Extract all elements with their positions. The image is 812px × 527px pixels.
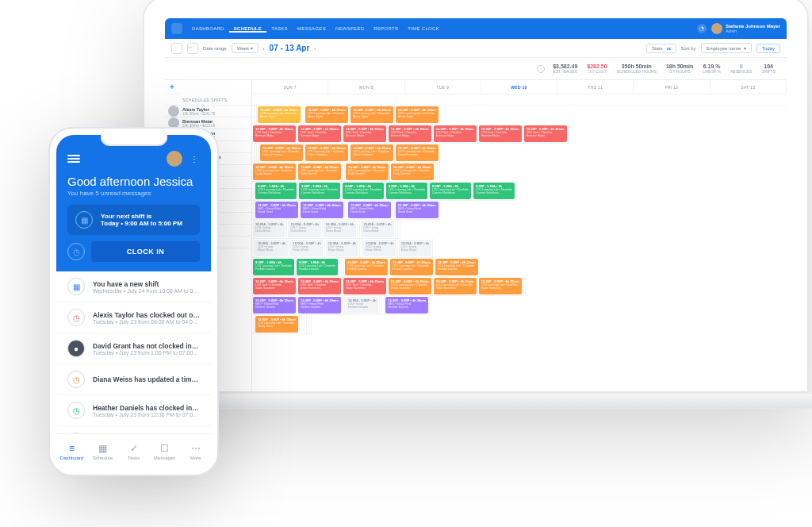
schedule-cell[interactable]: 10:00A - 5:00P • 4hLOU • IrvingDiana Bra… bbox=[287, 220, 322, 239]
info-icon[interactable]: i bbox=[537, 65, 545, 73]
shift-block[interactable]: 12:30P - 5:00P • 4h 30minNEO • Virtual F… bbox=[385, 297, 428, 314]
next-shift-card[interactable]: ▦ Your next shift is Today • 9:00 AM to … bbox=[67, 205, 200, 235]
menu-icon[interactable] bbox=[67, 153, 80, 164]
shift-block[interactable]: 12:30P - 5:00P • 4h 30minLOU Learning La… bbox=[350, 144, 393, 161]
nav-reports[interactable]: REPORTS bbox=[369, 26, 403, 31]
shift-block[interactable]: 12:30P - 5:00P • 4h 30minNEO • Virtual F… bbox=[253, 297, 296, 314]
schedule-cell[interactable]: 10:00A - 5:00P • 4hLOU • IrvingDiana Bra… bbox=[360, 220, 395, 239]
day-header-cell[interactable]: WED 10 bbox=[481, 80, 557, 94]
feed-item[interactable]: ◷Heather Daniels has clocked in for a sh… bbox=[56, 395, 211, 426]
nav-tasks[interactable]: TASKS bbox=[266, 26, 293, 31]
shift-block[interactable]: 12:30P - 5:00P • 4h 30minLOU Learning La… bbox=[396, 106, 439, 123]
shift-block[interactable]: 10:00A - 5:00P • 4hLOU • IrvingEthan Wei… bbox=[290, 240, 323, 256]
nav-messages[interactable]: MESSAGES bbox=[293, 26, 331, 31]
shift-block[interactable]: 10:00A - 5:00P • 4hLOU • IrvingEthan Wei… bbox=[399, 240, 431, 256]
schedule-cell[interactable] bbox=[398, 220, 400, 239]
shift-block[interactable]: 12:30P - 5:00P • 4h 30minLOU Learning La… bbox=[396, 144, 439, 161]
next-week-button[interactable]: › bbox=[314, 46, 316, 51]
feed-item[interactable]: ◷Alex Smith's availability has changed bbox=[56, 426, 211, 433]
schedule-cell[interactable]: 12:30P - 5:00P • 4h 30minLOU Yard • Char… bbox=[343, 277, 388, 296]
schedule-cell[interactable]: 10:00A - 5:00P • 4hLOU • IrvingEthan Wei… bbox=[325, 239, 360, 258]
schedule-cell[interactable]: 12:30P - 5:00P • 4h 30minLOU Learning La… bbox=[478, 277, 523, 296]
schedule-cell[interactable] bbox=[438, 163, 440, 182]
shift-block[interactable]: 12:30P - 5:00P • 4h 30minLOU Yard • Char… bbox=[524, 125, 567, 142]
schedule-cell[interactable]: 10:00A - 5:00P • 4hLOU • IrvingEthan Wei… bbox=[398, 239, 433, 258]
schedule-cell[interactable]: 12:30P - 5:00P • 4h 30minLOU Learning La… bbox=[395, 106, 440, 125]
shift-block[interactable]: 12:30P - 5:00P • 4h 30minLOU Yard • Char… bbox=[253, 125, 296, 142]
shift-block[interactable]: 10:00A - 5:00P • 4hLOU • IrvingEthan Wei… bbox=[326, 240, 358, 256]
schedule-cell[interactable] bbox=[309, 315, 312, 334]
shift-block[interactable]: 12:30P - 5:00P • 4h 30minLOU Yard • Char… bbox=[298, 278, 341, 294]
shift-block[interactable]: 12:30P - 5:00P • 4h 30minNEO • Virtual F… bbox=[348, 202, 391, 218]
shift-block[interactable]: 12:30P - 5:00P • 4h 30minLOU Learning La… bbox=[390, 259, 433, 275]
schedule-cell[interactable]: 10:00A - 5:00P • 4hLOU • IrvingEthan Wei… bbox=[289, 239, 324, 258]
shift-block[interactable]: 10:00A - 5:00P • 4hLOU • IrvingDiana Bra… bbox=[361, 221, 393, 237]
tab-more[interactable]: ⋯More bbox=[180, 434, 211, 468]
bulk-actions-button[interactable]: ⋯ bbox=[187, 43, 198, 54]
schedule-cell[interactable]: 12:30P - 5:00P • 4h 30minLOU Learning La… bbox=[259, 144, 304, 163]
employee-row-header[interactable]: Alexis Taylor13h 30min • $141.75 bbox=[165, 106, 252, 117]
shift-block[interactable]: 10:00A - 5:00P • 4hLOU • IrvingEthan Wei… bbox=[255, 240, 288, 256]
schedule-cell[interactable]: 12:30P - 5:00P • 4h 30minLOU Yard • Char… bbox=[523, 125, 569, 144]
schedule-cell[interactable]: 12:30P - 5:00P • 4h 30minLOU Yard • Char… bbox=[252, 125, 297, 144]
schedule-cell[interactable] bbox=[523, 277, 526, 296]
shift-block[interactable]: 9:00P - 1:00A • 4hLOU Learning Lab • Cha… bbox=[386, 183, 427, 199]
shift-block[interactable]: 12:30P - 5:00P • 4h 30minLOU Learning La… bbox=[434, 278, 477, 294]
schedule-cell[interactable]: 12:30P - 5:00P • 4h 30minNEO • Virtual F… bbox=[300, 201, 345, 220]
day-header-cell[interactable]: FRI 12 bbox=[634, 80, 710, 94]
schedule-cell[interactable]: 12:30P - 5:00P • 4h 30minNEO • Virtual F… bbox=[395, 201, 440, 220]
tab-tasks[interactable]: ✓Tasks bbox=[118, 434, 149, 468]
shift-block[interactable]: 12:30P - 5:00P • 4h 30minNEO • Virtual F… bbox=[298, 297, 341, 314]
nav-schedule[interactable]: SCHEDULE bbox=[229, 26, 266, 33]
stats-toggle[interactable]: Stats ⫘ bbox=[646, 44, 676, 53]
feed-item[interactable]: ◷Alexis Taylor has clocked out of a shif… bbox=[56, 302, 211, 333]
schedule-cell[interactable]: 9:00P - 1:00A • 4hLOU Learning Lab • Cha… bbox=[429, 182, 473, 201]
schedule-cell[interactable]: 12:30P - 5:00P • 4h 30minLOU Yard • Char… bbox=[433, 125, 478, 144]
feed-item[interactable]: ▦You have a new shiftWednesday • July 24… bbox=[56, 271, 211, 302]
nav-time clock[interactable]: TIME CLOCK bbox=[403, 26, 444, 31]
shift-block[interactable]: 12:30P - 5:00P • 4h 30minLOU Learning La… bbox=[305, 106, 348, 123]
schedule-cell[interactable]: 9:00P - 1:00A • 4hLOU Learning Lab • Cha… bbox=[342, 182, 385, 201]
schedule-cell[interactable]: 12:30P - 5:00P • 4h 30minNEO • Virtual F… bbox=[347, 201, 393, 220]
range-select[interactable]: Week ▾ bbox=[232, 43, 259, 53]
day-header-cell[interactable]: MON 8 bbox=[328, 80, 404, 94]
clock-in-button[interactable]: CLOCK IN bbox=[91, 241, 200, 262]
schedule-cell[interactable]: 12:30P - 5:00P • 4h 30minLOU Learning La… bbox=[297, 163, 343, 182]
schedule-cell[interactable]: 12:30P - 5:00P • 4h 30minLOU Learning La… bbox=[304, 106, 350, 125]
schedule-cell[interactable]: 9:00P - 1:00A • 4hLOU Learning Lab • Cha… bbox=[296, 258, 339, 277]
shift-block[interactable]: 12:30P - 5:00P • 4h 30minLOU Learning La… bbox=[305, 144, 348, 161]
schedule-cell[interactable]: 12:30P - 5:00P • 4h 30minLOU Learning La… bbox=[388, 277, 433, 296]
nav-dashboard[interactable]: DASHBOARD bbox=[187, 26, 229, 31]
shift-block[interactable]: 12:30P - 5:00P • 4h 30minLOU Learning La… bbox=[258, 106, 301, 123]
schedule-cell[interactable]: 10:00A - 5:00P • 4hLOU • IrvingDiana Bra… bbox=[252, 220, 287, 239]
shift-block[interactable]: 9:00P - 1:00A • 4hLOU Learning Lab • Cha… bbox=[343, 183, 384, 199]
shift-block[interactable]: 12:30P - 5:00P • 4h 30minLOU Learning La… bbox=[255, 316, 298, 333]
schedule-cell[interactable]: 9:00P - 1:00A • 4hLOU Learning Lab • Cha… bbox=[473, 182, 516, 201]
today-button[interactable]: Today bbox=[756, 44, 780, 53]
shift-block[interactable]: 12:30P - 5:00P • 4h 30minLOU Yard • Char… bbox=[343, 125, 386, 142]
shift-block[interactable]: 12:30P - 5:00P • 4h 30minLOU Learning La… bbox=[346, 163, 389, 180]
schedule-cell[interactable]: 12:30P - 5:00P • 4h 30minNEO • Virtual F… bbox=[385, 296, 430, 315]
schedule-cell[interactable]: 10:00A - 5:00P • 4hLOU • IrvingHeather D… bbox=[345, 296, 380, 315]
shift-block[interactable]: 12:30P - 5:00P • 4h 30minLOU Yard • Char… bbox=[389, 125, 431, 142]
schedule-cell[interactable]: 12:30P - 5:00P • 4h 30minLOU Learning La… bbox=[350, 106, 395, 125]
schedule-cell[interactable]: 12:30P - 5:00P • 4h 30minLOU Yard • Char… bbox=[297, 277, 343, 296]
nav-newsfeed[interactable]: NEWSFEED bbox=[331, 26, 369, 31]
shift-block[interactable]: 10:00A - 5:00P • 4hLOU • IrvingDiana Bra… bbox=[253, 221, 285, 237]
shift-block[interactable]: 12:30P - 5:00P • 4h 30minLOU Learning La… bbox=[345, 259, 388, 275]
schedule-cell[interactable]: 10:00A - 5:00P • 4hLOU • IrvingEthan Wei… bbox=[255, 239, 289, 258]
app-logo-icon[interactable] bbox=[171, 23, 182, 34]
schedule-cell[interactable]: 9:00P - 1:00A • 4hLOU Learning Lab • Cha… bbox=[252, 258, 296, 277]
date-range-value[interactable]: 07 - 13 Apr bbox=[270, 44, 310, 52]
shift-block[interactable]: 12:30P - 5:00P • 4h 30minLOU Yard • Char… bbox=[479, 125, 522, 142]
schedule-cell[interactable]: 12:30P - 5:00P • 4h 30minLOU Learning La… bbox=[252, 163, 297, 182]
shift-block[interactable]: 12:30P - 5:00P • 4h 30minLOU Learning La… bbox=[260, 144, 303, 161]
shift-block[interactable]: 12:30P - 5:00P • 4h 30minLOU Learning La… bbox=[253, 163, 296, 180]
shift-block[interactable]: 12:30P - 5:00P • 4h 30minLOU Learning La… bbox=[350, 106, 393, 123]
shift-block[interactable]: 12:30P - 5:00P • 4h 30minLOU Learning La… bbox=[389, 278, 431, 294]
schedule-cell[interactable]: 9:00P - 1:00A • 4hLOU Learning Lab • Cha… bbox=[255, 182, 298, 201]
schedule-cell[interactable]: 12:30P - 5:00P • 4h 30minLOU Learning La… bbox=[344, 258, 389, 277]
day-header-cell[interactable]: THU 11 bbox=[557, 80, 634, 94]
day-header-cell[interactable]: SUN 7 bbox=[252, 80, 328, 94]
schedule-cell[interactable]: 12:30P - 5:00P • 4h 30minLOU Learning La… bbox=[304, 144, 350, 163]
